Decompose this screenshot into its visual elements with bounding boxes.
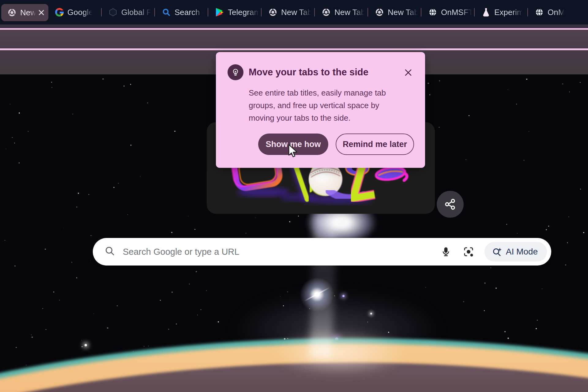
star [189,284,190,285]
star [10,104,10,104]
tab-label: OnM [548,8,565,17]
star [439,127,440,128]
tab-new-1[interactable]: New Tab [262,0,314,24]
star [123,85,125,87]
star [171,232,172,233]
tab-new-2[interactable]: New Tab [315,0,368,24]
remind-me-later-button[interactable]: Remind me later [336,134,414,155]
ai-sparkle-icon [492,247,502,257]
star [508,89,508,90]
star [580,189,581,190]
tab-new-3[interactable]: New Tab [368,0,421,24]
star [562,84,563,85]
tab-google[interactable]: Google [48,0,101,24]
star [196,271,197,272]
star [12,137,13,138]
callout-body: See entire tab titles, easily manage tab… [249,87,414,124]
star [466,159,466,160]
callout-body-line: moving your tabs to the side. [249,112,414,124]
star [19,163,20,164]
horizon-sun-glow [254,327,426,379]
star [188,216,189,217]
chrome-icon [7,8,17,17]
mic-icon[interactable] [439,245,453,258]
star [45,249,46,250]
star [51,82,52,82]
toolbar-strip [0,24,588,28]
star [148,346,149,346]
star [428,83,429,84]
tab-global[interactable]: Global P [102,0,154,24]
show-me-how-button[interactable]: Show me how [258,134,328,155]
star [537,320,538,321]
star-core [315,292,319,296]
star [548,226,549,227]
star [580,346,581,347]
star [168,329,169,330]
tab-onmsft[interactable]: OnMSFT [421,0,474,24]
chrome-icon [322,8,331,17]
star [569,91,570,92]
star [91,235,92,236]
star [201,309,201,310]
star [342,295,345,297]
star [63,228,64,228]
star [85,344,87,346]
star [546,229,547,230]
callout-body-line: See entire tab titles, easily manage tab [249,87,414,99]
tab-search[interactable]: Search - [155,0,208,24]
search-input[interactable] [122,247,439,257]
star [370,313,372,315]
tab-onmsft-2[interactable]: OnM [528,0,581,24]
ai-mode-label: AI Mode [506,247,538,257]
tab-label: New [20,8,36,17]
star [81,340,82,341]
tab-label: Experim [494,8,523,17]
flask-icon [481,8,491,17]
hexagon-icon [108,8,118,17]
star [140,176,141,177]
star [172,292,173,293]
star [16,347,17,348]
close-icon[interactable] [37,9,45,17]
close-icon[interactable] [404,68,413,77]
ai-mode-button[interactable]: AI Mode [484,242,547,262]
tab-experiments[interactable]: Experim [475,0,527,24]
star [496,288,496,288]
star [174,131,175,132]
star [567,242,568,243]
star [26,365,26,365]
star [51,87,52,88]
star [160,300,161,301]
star [59,300,60,300]
tab-label: OnMSFT [441,8,473,17]
star [76,277,77,278]
star [144,346,145,347]
star [42,308,43,309]
star [526,79,527,80]
tab-label: Telegram [228,8,260,17]
tab-label: Global P [121,8,152,17]
star [127,214,128,215]
star [484,282,485,284]
share-button[interactable] [437,191,464,218]
search-blue-icon [162,8,171,17]
star [283,305,284,306]
star [516,104,517,104]
tab-label: Search - [175,8,205,17]
tab-label: Google [67,8,93,17]
star [439,81,440,81]
tab-new-active[interactable]: New [1,4,48,21]
tab-telegram[interactable]: Telegram [208,0,261,24]
search-bar[interactable]: AI Mode [93,238,551,266]
star [93,314,94,314]
star [31,334,32,336]
browser-window: New Google Global P Search - [0,0,588,392]
star [529,131,529,132]
star [130,84,131,85]
star [76,207,77,208]
google-g-icon [55,8,64,17]
lens-icon[interactable] [462,245,475,258]
star [463,301,464,302]
callout-body-line: groups, and free up vertical space by [249,99,414,112]
